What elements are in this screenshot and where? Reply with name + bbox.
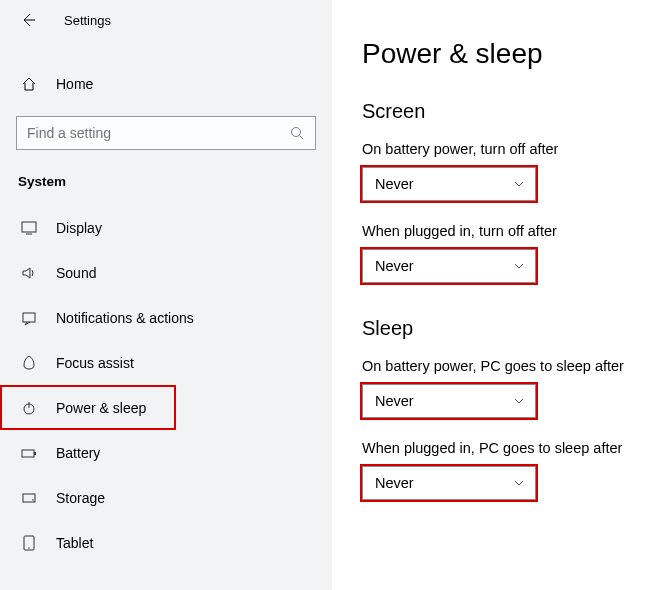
sidebar-item-label: Storage [56,490,105,506]
field-screen-plugged: When plugged in, turn off after Never [362,223,666,283]
svg-point-7 [32,499,34,501]
display-icon [18,219,40,237]
settings-window: Settings Home System Display [0,0,666,590]
nav-list: Display Sound Notifications & actions Fo… [0,205,332,565]
battery-icon [18,444,40,462]
chevron-down-icon [513,260,525,272]
home-icon [18,75,40,93]
sidebar-item-label: Tablet [56,535,93,551]
dropdown-value: Never [375,475,414,491]
group-heading-screen: Screen [362,100,666,123]
chevron-down-icon [513,395,525,407]
notifications-icon [18,309,40,327]
storage-icon [18,489,40,507]
svg-rect-1 [22,222,36,232]
chevron-down-icon [513,477,525,489]
sidebar-item-power-sleep[interactable]: Power & sleep [0,385,176,430]
dropdown-value: Never [375,258,414,274]
sidebar-item-storage[interactable]: Storage [0,475,332,520]
field-label: On battery power, PC goes to sleep after [362,358,666,374]
svg-point-9 [28,547,29,548]
search-box[interactable] [16,116,316,150]
svg-rect-6 [23,494,35,502]
field-label: On battery power, turn off after [362,141,666,157]
sidebar: Settings Home System Display [0,0,332,590]
sidebar-item-battery[interactable]: Battery [0,430,332,475]
field-screen-battery: On battery power, turn off after Never [362,141,666,201]
sidebar-item-notifications[interactable]: Notifications & actions [0,295,332,340]
tablet-icon [18,534,40,552]
svg-point-0 [292,128,301,137]
sidebar-item-display[interactable]: Display [0,205,332,250]
power-icon [18,399,40,417]
sidebar-item-label: Sound [56,265,96,281]
dropdown-sleep-battery[interactable]: Never [362,384,536,418]
svg-rect-2 [23,313,35,322]
sidebar-item-label: Focus assist [56,355,134,371]
titlebar: Settings [0,0,332,40]
sidebar-item-label: Display [56,220,102,236]
field-sleep-battery: On battery power, PC goes to sleep after… [362,358,666,418]
sidebar-item-sound[interactable]: Sound [0,250,332,295]
main-content: Power & sleep Screen On battery power, t… [332,0,666,590]
dropdown-value: Never [375,176,414,192]
svg-rect-4 [22,450,34,457]
focus-icon [18,354,40,372]
sound-icon [18,264,40,282]
field-sleep-plugged: When plugged in, PC goes to sleep after … [362,440,666,500]
search-input[interactable] [27,125,289,141]
svg-rect-5 [34,452,36,455]
page-title: Power & sleep [362,38,666,70]
dropdown-value: Never [375,393,414,409]
chevron-down-icon [513,178,525,190]
group-heading-sleep: Sleep [362,317,666,340]
back-button[interactable] [16,8,40,32]
back-arrow-icon [20,12,36,28]
search-icon [289,125,305,141]
sidebar-item-label: Notifications & actions [56,310,194,326]
window-title: Settings [64,13,111,28]
home-nav[interactable]: Home [0,64,332,104]
sidebar-item-label: Power & sleep [56,400,146,416]
sidebar-item-focus-assist[interactable]: Focus assist [0,340,332,385]
field-label: When plugged in, PC goes to sleep after [362,440,666,456]
sidebar-item-label: Battery [56,445,100,461]
dropdown-screen-plugged[interactable]: Never [362,249,536,283]
sidebar-item-tablet[interactable]: Tablet [0,520,332,565]
section-label: System [18,174,332,189]
home-label: Home [56,76,93,92]
dropdown-screen-battery[interactable]: Never [362,167,536,201]
field-label: When plugged in, turn off after [362,223,666,239]
dropdown-sleep-plugged[interactable]: Never [362,466,536,500]
